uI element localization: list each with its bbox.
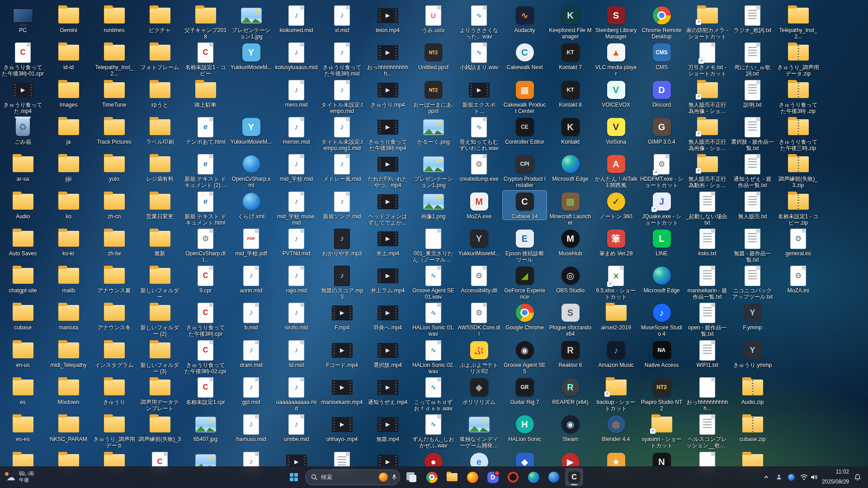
desktop-icon[interactable]: ラジオ_歌詞.txt	[731, 5, 774, 33]
desktop-icon[interactable]: ∿よりうささくなった。wav	[457, 5, 501, 40]
desktop-icon[interactable]: ♻ごみ箱	[1, 116, 45, 145]
desktop-icon[interactable]: ∿こってゅｈｄずおｆｄｓｂ.wav	[411, 376, 455, 412]
desktop-icon[interactable]: ♪umibe.mid	[274, 413, 318, 442]
desktop-icon[interactable]: GRGuitar Rig 7	[503, 376, 547, 405]
desktop-icon[interactable]: ♪aorin.mid	[229, 265, 273, 294]
desktop-icon[interactable]: ∿Audacity	[503, 5, 547, 33]
desktop-icon[interactable]: cubase	[1, 302, 45, 331]
desktop-icon[interactable]: ♪rajio.mid	[274, 265, 318, 294]
desktop-icon[interactable]: 路上駐車	[184, 79, 227, 108]
desktop-icon[interactable]: chatgpt-site	[1, 265, 45, 294]
desktop-icon[interactable]: ◉Steam	[548, 413, 592, 442]
desktop-icon[interactable]: PDFmid_学校.pdf	[229, 228, 273, 257]
desktop-icon[interactable]: ♪メドレー風.mid	[320, 153, 364, 182]
desktop-icon[interactable]: ぷぷよぷよ™テトリス®2	[457, 339, 501, 375]
desktop-icon[interactable]: C名称未設定1 - コピー	[184, 42, 227, 77]
desktop-icon[interactable]: cubase.zip	[731, 413, 774, 442]
desktop-icon[interactable]: ♪uaaaaaaaaaa.mid	[274, 376, 318, 412]
taskbar-app-task-view[interactable]	[402, 468, 420, 486]
desktop-icon[interactable]: RREAPER (x64)	[548, 376, 592, 405]
desktop-icon[interactable]: malib	[47, 265, 90, 294]
desktop-icon[interactable]: ♪hamusu.mid	[229, 413, 273, 442]
desktop-icon[interactable]: VVOICEVOX	[594, 79, 638, 108]
desktop-icon[interactable]: ◍Blender 4.4	[594, 413, 638, 442]
desktop-icon[interactable]: ∿ずんだもん_しおかぜふ.wav	[411, 413, 455, 449]
desktop-icon[interactable]: GGIMP 3.0.4	[640, 116, 684, 145]
desktop-icon[interactable]: ♪Amazon Music	[594, 339, 638, 368]
desktop-icon[interactable]: ♪kiokumed.mid	[274, 5, 318, 33]
desktop-icon[interactable]: EEpson 接続診断ツール	[503, 228, 547, 263]
desktop-icon[interactable]: ∿Groove Agent SE 01.wav	[411, 265, 455, 300]
taskbar-app-cubase[interactable]: C	[565, 468, 583, 486]
desktop-icon[interactable]: Microsoft Edge	[640, 265, 684, 294]
desktop-icon[interactable]: Microsoft Edge	[548, 153, 592, 182]
desktop-icon[interactable]: ▶F.mp4	[320, 302, 364, 331]
desktop-icon[interactable]: midi_Telepathy	[47, 339, 90, 368]
desktop-icon[interactable]: 無人販売不正行為動画 - ショートカット	[685, 153, 729, 188]
desktop-icon[interactable]: Audio.zip	[731, 376, 774, 405]
desktop-icon[interactable]: Google Chrome	[503, 302, 547, 331]
desktop-icon[interactable]: ja	[47, 116, 90, 145]
desktop-icon[interactable]: 孤独なインディーゲーム開発者の一生...	[457, 413, 501, 449]
taskbar-app-opera[interactable]	[504, 468, 522, 486]
desktop-icon[interactable]: 通知うぜえ - 親作品一覧.txt	[731, 153, 774, 188]
desktop-icon[interactable]: ♪sirofo.mid	[274, 302, 318, 331]
desktop-icon[interactable]: CCakewalk Next	[503, 42, 547, 70]
desktop-icon[interactable]: Cきゅうり食ってた午後3時-01.cpr	[1, 42, 45, 77]
desktop-icon[interactable]: open - 親作品一覧.txt	[685, 302, 729, 337]
desktop-icon[interactable]: ♪PVTNd.mid	[274, 228, 318, 257]
desktop-icon[interactable]: ♪無題のスコア.mp3	[320, 265, 364, 300]
desktop-icon[interactable]: ♪mid_学校.mid	[274, 153, 318, 182]
desktop-icon[interactable]: ▶羽炎へ.mp4	[366, 302, 410, 331]
desktop-icon[interactable]: ko-kr	[47, 228, 90, 257]
notification-center-button[interactable]	[852, 469, 863, 485]
desktop-icon[interactable]: ▶manisekarin.mp4	[320, 376, 364, 405]
desktop-icon[interactable]: CCubase 14	[503, 191, 547, 220]
desktop-icon[interactable]: LLINE	[640, 228, 684, 257]
taskbar-app-file-explorer[interactable]	[443, 468, 461, 486]
desktop-icon[interactable]: ⚙AWSSDK.Core.dll	[457, 302, 501, 337]
desktop-icon[interactable]: 画像1.png	[411, 191, 455, 220]
desktop-icon[interactable]: ∿HALion Sonic 01.wav	[411, 302, 455, 337]
desktop-icon[interactable]: 001_東北きりたん（ノーマル）_今じゃ...	[411, 228, 455, 263]
desktop-icon[interactable]: YYukkuriMovieM...	[457, 228, 501, 257]
desktop-icon[interactable]: C9.cpr	[184, 265, 227, 294]
desktop-icon[interactable]: airset2-2019	[594, 302, 638, 331]
weather-widget[interactable]: ☁ 弱い雨 午後	[2, 468, 38, 486]
desktop-icon[interactable]: KTKontakt 7	[548, 42, 592, 70]
desktop-icon[interactable]: Yきゅうり.ymmp	[731, 339, 774, 368]
desktop-icon[interactable]: 父子キャンプ2018	[184, 5, 227, 40]
desktop-icon[interactable]: C名称未設定1.cpr	[184, 376, 227, 405]
desktop-icon[interactable]: Aかんたん！AITalk 3 関西風	[594, 153, 638, 188]
desktop-icon[interactable]: syasinn - ショートカット	[640, 413, 684, 449]
desktop-icon[interactable]: 無人販売不正行為画像 - ショートカット	[685, 116, 729, 151]
desktop-icon[interactable]: TimeTune	[92, 79, 136, 108]
desktop-icon[interactable]: ▲VLC media player	[594, 42, 638, 77]
desktop-icon[interactable]: CPICrypton Product Installer	[503, 153, 547, 188]
desktop-icon[interactable]: ▶きゅうり食ってた午後3時.mp4	[366, 116, 410, 151]
hidden-icons-chevron[interactable]	[760, 469, 772, 485]
desktop-icon[interactable]: ▶きゅうり食ってた.mp4	[1, 79, 45, 114]
desktop-icon[interactable]: es-es	[1, 413, 45, 442]
desktop-icon[interactable]: WIFI1.txt	[685, 339, 729, 368]
desktop-icon[interactable]: NKSC_PARAM	[47, 413, 90, 442]
desktop-icon[interactable]: ゆうと	[138, 79, 182, 108]
desktop-icon[interactable]: backup - ショートカット	[594, 376, 638, 412]
search-highlight-icon[interactable]	[379, 473, 388, 482]
desktop-icon[interactable]: 選択肢 - 親作品一覧.txt	[731, 116, 774, 151]
desktop-icon[interactable]: 調声練習(失敗)_3.zip	[776, 153, 820, 188]
desktop-icon[interactable]: きゅうり_調声用データ.zip	[776, 42, 820, 77]
desktop-icon[interactable]: 死にたい_ゅ歌詞.txt	[731, 42, 774, 77]
tray-blue-app-button[interactable]	[786, 469, 797, 485]
desktop-icon[interactable]: NANative Access	[640, 339, 684, 368]
desktop-icon[interactable]: ⚙HDDFMT.exe - ショートカット	[640, 153, 684, 188]
desktop-icon[interactable]: ⚙Accessibility.dll	[457, 265, 501, 294]
desktop-icon[interactable]: 家の防犯カメラ - ショートカット	[685, 5, 729, 40]
desktop-icon[interactable]: ∿小銭詰まり.wav	[457, 42, 501, 70]
desktop-icon[interactable]: YYukkuriMovieM...	[229, 116, 273, 145]
desktop-icon[interactable]: Uうみ.ustx	[411, 5, 455, 33]
desktop-icon[interactable]: Audio	[1, 191, 45, 220]
desktop-icon[interactable]: 説明.txt	[731, 79, 774, 108]
start-button[interactable]	[285, 468, 303, 486]
desktop-icon[interactable]: ▶だれだFXいれたやつ。mp4	[366, 153, 410, 188]
